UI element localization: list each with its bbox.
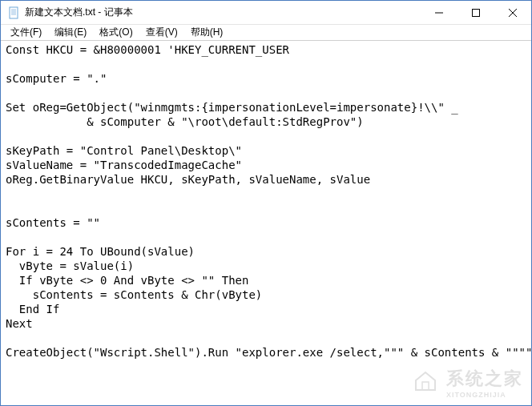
menu-file[interactable]: 文件(F) (4, 24, 48, 41)
notepad-icon (7, 6, 20, 19)
titlebar: 新建文本文档.txt - 记事本 (1, 1, 531, 25)
menu-help[interactable]: 帮助(H) (184, 24, 230, 41)
menu-edit[interactable]: 编辑(E) (48, 24, 93, 41)
window-title: 新建文本文档.txt - 记事本 (25, 6, 421, 19)
menu-format[interactable]: 格式(O) (93, 24, 139, 41)
menubar: 文件(F) 编辑(E) 格式(O) 查看(V) 帮助(H) (1, 25, 531, 41)
close-button[interactable] (494, 1, 531, 25)
maximize-button[interactable] (457, 1, 494, 25)
window-controls (421, 1, 531, 24)
minimize-button[interactable] (421, 1, 457, 25)
menu-view[interactable]: 查看(V) (139, 24, 184, 41)
svg-rect-6 (473, 10, 480, 17)
text-area[interactable]: Const HKCU = &H80000001 'HKEY_CURRENT_US… (1, 41, 531, 404)
